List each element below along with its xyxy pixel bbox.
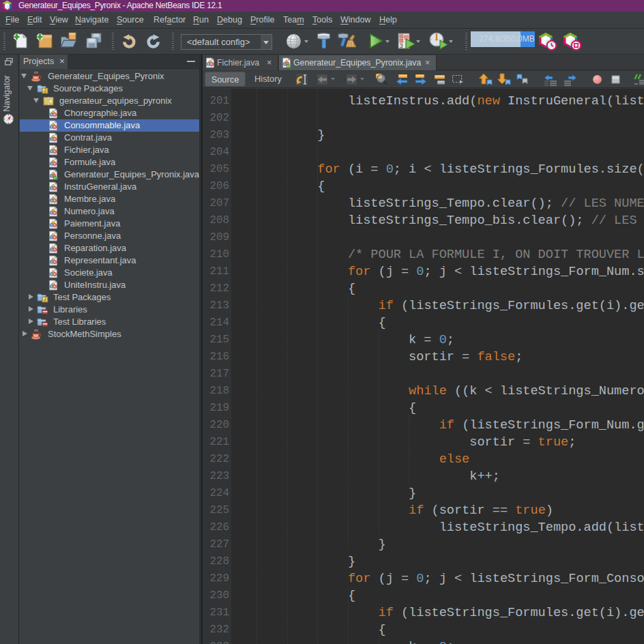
svg-text:3: 3 [400, 42, 403, 49]
